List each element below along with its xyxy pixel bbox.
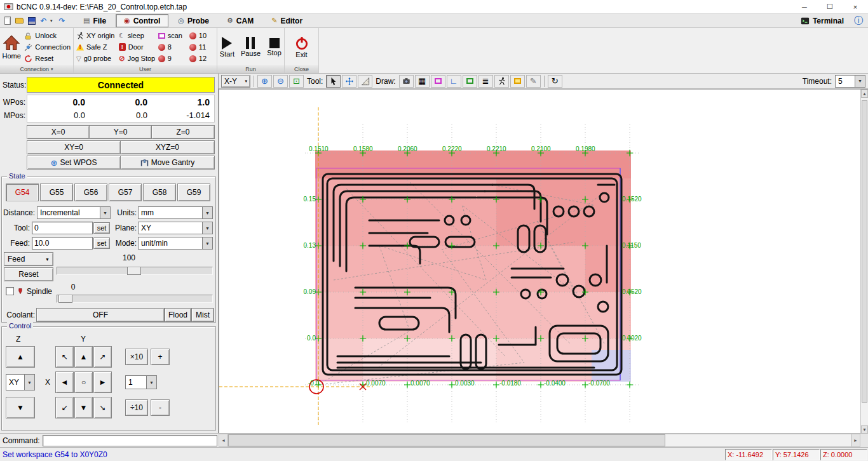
wpos-z[interactable]: 1.0 <box>151 97 214 107</box>
xy-origin-button[interactable]: XY origin <box>75 30 116 41</box>
jog-up-right-button[interactable]: ↗ <box>93 346 112 368</box>
feed-override-reset-button[interactable]: Reset <box>4 267 53 281</box>
tab-cam[interactable]: ⚙CAM <box>219 14 262 27</box>
step-minus-button[interactable]: - <box>151 399 170 416</box>
draw-rapid-button[interactable] <box>510 75 525 88</box>
draw-workarea-button[interactable] <box>463 75 477 88</box>
stop-button[interactable]: Stop <box>266 29 283 65</box>
jog-z-up-button[interactable]: ▲ <box>6 346 35 368</box>
wpos-x[interactable]: 0.0 <box>27 97 89 107</box>
plane-select[interactable]: XY▼ <box>138 222 213 234</box>
draw-paths-button[interactable]: ≣ <box>478 75 493 88</box>
wcs-g55-button[interactable]: G55 <box>40 184 73 201</box>
command-input[interactable] <box>43 435 217 446</box>
jog-stop-button[interactable]: ⊘Jog Stop <box>118 53 156 64</box>
step-size-select[interactable]: 1▼ <box>125 375 157 389</box>
feed-input[interactable] <box>32 237 93 250</box>
jog-up-left-button[interactable]: ↖ <box>55 346 74 368</box>
jog-plane-select[interactable]: XY▼ <box>6 374 35 391</box>
info-button[interactable]: ⓘ <box>851 14 865 27</box>
wcs-g56-button[interactable]: G56 <box>74 184 107 201</box>
close-button[interactable]: × <box>843 0 868 13</box>
distance-select[interactable]: Incremental▼ <box>37 206 111 219</box>
home-button[interactable]: Home <box>1 29 22 65</box>
timeout-select[interactable]: 5▼ <box>835 75 865 88</box>
feed-set-button[interactable]: set <box>93 237 110 249</box>
jog-y-minus-button[interactable]: ▼ <box>74 397 93 418</box>
wcs-g54-button[interactable]: G54 <box>6 184 39 201</box>
x-zero-button[interactable]: X=0 <box>27 125 90 139</box>
mist-button[interactable]: Mist <box>191 308 214 322</box>
tab-editor[interactable]: ✎Editor <box>263 14 311 27</box>
tab-file[interactable]: ▤File <box>75 14 114 27</box>
xy-zero-button[interactable]: XY=0 <box>27 140 121 154</box>
draw-brush-button[interactable]: ✎ <box>526 75 541 88</box>
ruler-tool-button[interactable] <box>358 75 372 88</box>
step-plus-button[interactable]: + <box>151 349 170 365</box>
maximize-button[interactable]: ☐ <box>817 0 843 13</box>
coolant-off-button[interactable]: OFF <box>36 308 165 322</box>
step-div10-button[interactable]: ÷10 <box>125 399 148 416</box>
connection-group-label[interactable]: Connection▾ <box>0 65 73 73</box>
terminal-button[interactable]: Terminal <box>794 14 850 27</box>
step-mul10-button[interactable]: ×10 <box>125 349 148 365</box>
connection-button[interactable]: Connection <box>23 42 72 53</box>
door-button[interactable]: !Door <box>118 42 156 53</box>
wpos-y[interactable]: 0.0 <box>89 97 151 107</box>
y-zero-button[interactable]: Y=0 <box>89 125 152 139</box>
horizontal-scroll-thumb[interactable] <box>228 434 665 446</box>
user-button-11[interactable]: 11 <box>188 42 215 53</box>
spindle-slider[interactable] <box>57 295 213 303</box>
zoom-in-button[interactable]: ⊕ <box>257 75 272 88</box>
set-wpos-button[interactable]: ⊕Set WPOS <box>27 156 121 170</box>
minimize-button[interactable]: ─ <box>792 0 817 13</box>
pause-button[interactable]: Pause <box>241 29 261 65</box>
safe-z-button[interactable]: !Safe Z <box>75 42 116 53</box>
reload-button[interactable]: ↻ <box>548 75 562 88</box>
canvas-vertical-scrollbar[interactable]: ▲ ▼ <box>860 90 868 433</box>
pan-tool-button[interactable] <box>342 75 356 88</box>
tab-control[interactable]: ◉Control <box>116 14 168 27</box>
wcs-g57-button[interactable]: G57 <box>109 184 142 201</box>
feed-override-menu[interactable]: Feed▼ <box>4 252 53 266</box>
feed-override-slider[interactable] <box>57 267 213 275</box>
jog-y-plus-button[interactable]: ▲ <box>74 346 93 368</box>
scroll-right-icon[interactable]: ► <box>851 434 860 446</box>
jog-down-left-button[interactable]: ↙ <box>55 397 74 418</box>
spindle-toggle[interactable]: Spindle <box>4 286 53 297</box>
units-select[interactable]: mm▼ <box>138 206 213 219</box>
draw-probe-button[interactable] <box>494 75 509 88</box>
spindle-checkbox[interactable] <box>6 287 14 295</box>
spindle-slider-handle[interactable] <box>58 295 72 303</box>
open-file-icon[interactable] <box>14 15 25 26</box>
z-zero-button[interactable]: Z=0 <box>151 125 215 139</box>
tool-input[interactable] <box>32 222 93 234</box>
canvas-horizontal-scrollbar[interactable]: ◄ ► <box>219 434 860 447</box>
user-button-9[interactable]: 9 <box>157 53 187 64</box>
user-button-12[interactable]: 12 <box>188 53 215 64</box>
undo-dropdown-icon[interactable]: ▾ <box>50 18 55 23</box>
unlock-button[interactable]: Unlock <box>23 30 72 41</box>
feed-slider-handle[interactable] <box>127 267 141 275</box>
xyz-zero-button[interactable]: XYZ=0 <box>120 140 215 154</box>
draw-grid-button[interactable]: ▦ <box>415 75 430 88</box>
flood-button[interactable]: Flood <box>165 308 191 322</box>
scroll-left-icon[interactable]: ◄ <box>219 434 228 446</box>
undo-icon[interactable]: ↶ <box>38 15 49 26</box>
save-icon[interactable] <box>26 15 37 26</box>
scroll-down-icon[interactable]: ▼ <box>861 425 868 433</box>
draw-margin-button[interactable] <box>431 75 445 88</box>
g0-probe-button[interactable]: ▽g0 probe <box>75 53 116 64</box>
pointer-tool-button[interactable] <box>326 75 341 88</box>
scroll-up-icon[interactable]: ▲ <box>861 90 868 98</box>
wcs-g59-button[interactable]: G59 <box>177 184 210 201</box>
user-button-10[interactable]: 10 <box>188 30 215 41</box>
new-file-icon[interactable] <box>2 15 13 26</box>
jog-x-plus-button[interactable]: ► <box>93 371 112 393</box>
zoom-fit-button[interactable]: ⊡ <box>289 75 304 88</box>
tool-set-button[interactable]: set <box>93 222 110 234</box>
plot-canvas[interactable]: 0.1510 0.1580 0.2060 0.2220 0.2210 0.210… <box>219 89 868 433</box>
reset-button[interactable]: Reset <box>23 53 72 64</box>
move-gantry-button[interactable]: Move Gantry <box>120 156 215 170</box>
redo-icon[interactable]: ↷ <box>57 15 67 26</box>
